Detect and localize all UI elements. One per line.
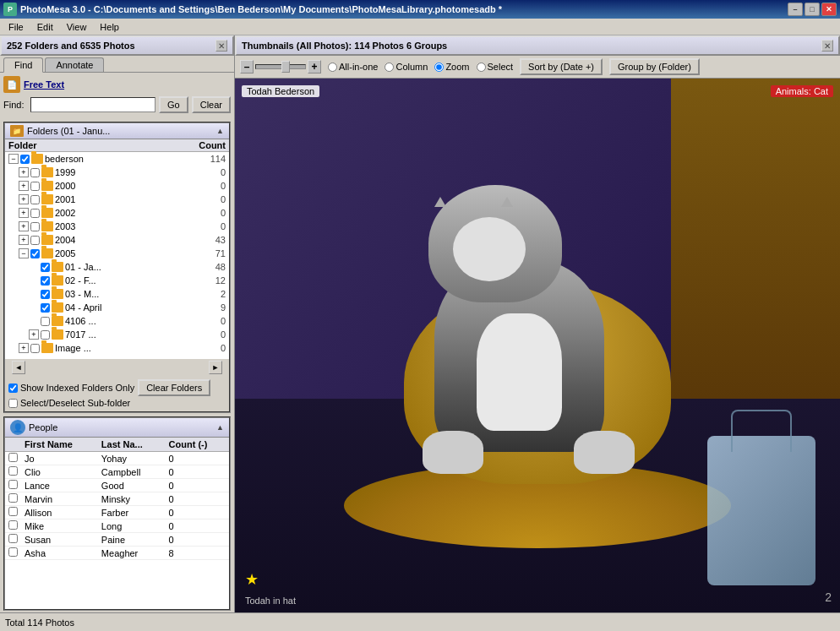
- folder-checkbox[interactable]: [30, 249, 40, 258]
- list-item[interactable]: Susan Paine 0: [5, 533, 229, 547]
- view-column-radio[interactable]: [385, 63, 394, 72]
- expand-icon[interactable]: +: [19, 208, 29, 218]
- clear-button[interactable]: Clear: [192, 96, 231, 113]
- clear-folders-button[interactable]: Clear Folders: [138, 379, 210, 396]
- menu-help[interactable]: Help: [93, 20, 126, 34]
- list-item[interactable]: + 7017 ... 0: [5, 328, 229, 341]
- list-item[interactable]: + 2001 0: [5, 193, 229, 206]
- select-deselect-checkbox[interactable]: [8, 399, 18, 408]
- expand-icon[interactable]: +: [19, 235, 29, 245]
- list-item[interactable]: + 04 - April 9: [5, 301, 229, 314]
- list-item[interactable]: Asha Meagher 8: [5, 547, 229, 560]
- select-deselect-checkbox-label[interactable]: Select/Deselect Sub-folder: [8, 398, 130, 408]
- view-all-in-one-label[interactable]: All-in-one: [328, 62, 378, 72]
- folder-checkbox[interactable]: [30, 182, 40, 191]
- folder-checkbox[interactable]: [30, 236, 40, 245]
- tab-annotate[interactable]: Annotate: [45, 57, 104, 72]
- list-item[interactable]: Clio Campbell 0: [5, 465, 229, 479]
- list-item[interactable]: + 2000 0: [5, 179, 229, 193]
- free-text-title[interactable]: Free Text: [24, 79, 64, 90]
- menu-view[interactable]: View: [60, 20, 94, 34]
- zoom-slider[interactable]: [255, 64, 306, 69]
- menu-edit[interactable]: Edit: [30, 20, 60, 34]
- folder-checkbox[interactable]: [41, 276, 50, 286]
- folders-tree[interactable]: Folder Count − bederson 114 +: [5, 139, 229, 359]
- list-item[interactable]: − bederson 114: [5, 152, 229, 166]
- folder-checkbox[interactable]: [30, 168, 40, 177]
- zoom-plus-button[interactable]: +: [308, 60, 321, 73]
- folder-checkbox[interactable]: [41, 317, 50, 326]
- expand-icon[interactable]: +: [19, 221, 29, 231]
- list-item[interactable]: + 2002 0: [5, 206, 229, 220]
- folder-checkbox[interactable]: [30, 195, 40, 204]
- sort-button[interactable]: Sort by (Date +): [520, 58, 603, 75]
- folder-checkbox[interactable]: [41, 290, 50, 299]
- left-panel-close[interactable]: ✕: [215, 40, 227, 52]
- list-item[interactable]: Marvin Minsky 0: [5, 492, 229, 506]
- expand-icon[interactable]: +: [19, 181, 29, 191]
- find-input[interactable]: [30, 97, 155, 112]
- view-zoom-radio[interactable]: [434, 63, 444, 72]
- list-item[interactable]: + 4106 ... 0: [5, 314, 229, 328]
- tree-count-header: Count: [199, 140, 226, 150]
- view-zoom-label[interactable]: Zoom: [434, 62, 469, 72]
- expand-icon[interactable]: +: [19, 194, 29, 204]
- people-collapse-button[interactable]: ▲: [216, 423, 224, 432]
- list-item[interactable]: Allison Farber 0: [5, 506, 229, 519]
- list-item[interactable]: + 03 - M... 2: [5, 287, 229, 301]
- list-item[interactable]: Jo Yohay 0: [5, 452, 229, 465]
- maximize-button[interactable]: □: [805, 3, 820, 16]
- scroll-right-button[interactable]: ►: [209, 361, 222, 374]
- scroll-left-button[interactable]: ◄: [12, 361, 25, 374]
- folder-checkbox[interactable]: [20, 155, 30, 164]
- zoom-minus-button[interactable]: –: [240, 60, 254, 73]
- view-column-label[interactable]: Column: [385, 62, 428, 72]
- expand-icon[interactable]: +: [29, 329, 39, 340]
- people-table[interactable]: First Name Last Na... Count (-) Jo Yohay…: [5, 438, 229, 609]
- folders-collapse-button[interactable]: ▲: [216, 127, 224, 135]
- expand-icon[interactable]: +: [19, 343, 29, 353]
- list-item[interactable]: + 01 - Ja... 48: [5, 260, 229, 274]
- view-select-label[interactable]: Select: [477, 62, 514, 72]
- folder-checkbox[interactable]: [41, 330, 50, 340]
- folder-checkbox[interactable]: [30, 344, 40, 353]
- list-item[interactable]: + 02 - F... 12: [5, 274, 229, 287]
- folder-checkbox[interactable]: [30, 209, 40, 218]
- people-person-checkbox[interactable]: [8, 507, 18, 516]
- close-button[interactable]: ✕: [821, 3, 837, 16]
- folder-checkbox[interactable]: [30, 222, 40, 231]
- photo-area[interactable]: Todah Bederson Animals: Cat ★ 2 Todah in…: [235, 79, 840, 612]
- go-button[interactable]: Go: [159, 96, 188, 113]
- view-all-in-one-radio[interactable]: [328, 63, 337, 72]
- list-item[interactable]: Mike Long 0: [5, 519, 229, 533]
- show-indexed-checkbox[interactable]: [8, 383, 18, 393]
- people-person-checkbox[interactable]: [8, 534, 18, 543]
- expand-icon[interactable]: −: [19, 248, 29, 258]
- people-person-checkbox[interactable]: [8, 520, 18, 530]
- folder-checkbox[interactable]: [41, 263, 50, 272]
- right-panel-close[interactable]: ✕: [821, 40, 833, 52]
- view-select-radio[interactable]: [477, 63, 486, 72]
- people-person-checkbox[interactable]: [8, 547, 18, 557]
- list-item[interactable]: + 2003 0: [5, 220, 229, 233]
- show-indexed-checkbox-label[interactable]: Show Indexed Folders Only: [8, 383, 134, 393]
- left-panel: 252 Folders and 6535 Photos ✕ Find Annot…: [0, 35, 235, 612]
- people-person-checkbox[interactable]: [8, 493, 18, 503]
- list-item[interactable]: + 2004 43: [5, 233, 229, 247]
- list-item[interactable]: + 1999 0: [5, 166, 229, 179]
- expand-icon[interactable]: −: [8, 154, 19, 164]
- group-button[interactable]: Group by (Folder): [609, 58, 700, 75]
- tab-find[interactable]: Find: [3, 57, 43, 73]
- list-item[interactable]: − 2005 71: [5, 247, 229, 260]
- people-person-checkbox[interactable]: [8, 466, 18, 476]
- people-person-checkbox[interactable]: [8, 480, 18, 489]
- list-item[interactable]: + Image ... 0: [5, 341, 229, 355]
- photo-star[interactable]: ★: [245, 570, 259, 589]
- list-item[interactable]: Lance Good 0: [5, 479, 229, 492]
- expand-icon[interactable]: +: [19, 167, 29, 177]
- people-person-checkbox[interactable]: [8, 453, 18, 462]
- folder-checkbox[interactable]: [41, 303, 50, 313]
- minimize-button[interactable]: –: [788, 3, 803, 16]
- menu-file[interactable]: File: [2, 20, 30, 34]
- zoom-thumb[interactable]: [281, 61, 290, 73]
